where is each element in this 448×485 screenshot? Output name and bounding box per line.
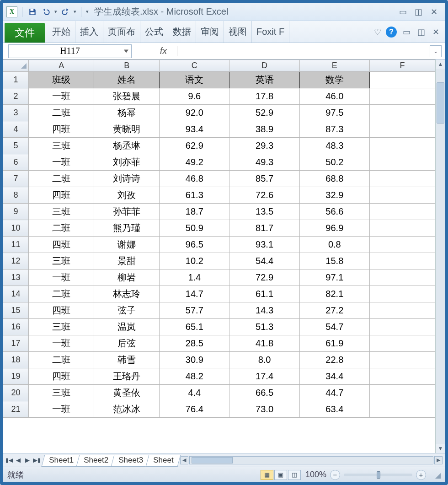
cell[interactable]: 15.8 — [299, 253, 369, 269]
cell[interactable]: 17.4 — [229, 368, 299, 385]
cell[interactable] — [369, 269, 435, 286]
ribbon-tab-view[interactable]: 视图 — [224, 21, 252, 43]
cell[interactable]: 85.7 — [229, 171, 299, 187]
cell[interactable]: 73.0 — [229, 401, 299, 418]
ribbon-tab-pagelayout[interactable]: 页面布 — [103, 21, 140, 43]
cell[interactable]: 刘亦菲 — [94, 154, 160, 171]
minimize-button[interactable]: ▭ — [398, 8, 408, 16]
cell[interactable]: 68.8 — [299, 171, 369, 187]
cell[interactable] — [369, 237, 435, 253]
prev-sheet-button[interactable]: ◀ — [15, 457, 22, 463]
cell[interactable] — [369, 72, 435, 88]
row-header[interactable]: 21 — [3, 401, 29, 418]
scrollbar-track[interactable] — [189, 456, 433, 464]
cell[interactable]: 50.2 — [299, 154, 369, 171]
cell[interactable]: 姓名 — [94, 72, 160, 88]
ribbon-minimize-icon[interactable]: ♡ — [374, 27, 381, 37]
cell[interactable] — [369, 335, 435, 352]
cell[interactable]: 三班 — [29, 204, 94, 220]
row-header[interactable]: 19 — [3, 368, 29, 385]
undo-dropdown-icon[interactable]: ▾ — [54, 9, 57, 15]
redo-dropdown-icon[interactable]: ▾ — [74, 9, 76, 15]
cell[interactable]: 13.5 — [229, 204, 299, 220]
cell[interactable]: 93.4 — [160, 121, 229, 138]
horizontal-scrollbar[interactable]: ◀ ▶ — [180, 453, 443, 467]
cell[interactable]: 四班 — [29, 237, 94, 253]
cell[interactable]: 54.7 — [299, 319, 369, 335]
zoom-slider[interactable] — [344, 474, 412, 476]
cell[interactable]: 18.7 — [160, 204, 229, 220]
cell[interactable]: 82.1 — [299, 286, 369, 302]
redo-button[interactable] — [60, 6, 71, 17]
file-tab[interactable]: 文件 — [5, 23, 45, 43]
cell[interactable]: 46.8 — [160, 171, 229, 187]
cell[interactable]: 8.0 — [229, 352, 299, 368]
row-header[interactable]: 7 — [3, 171, 29, 187]
formula-input[interactable] — [177, 44, 426, 58]
row-header[interactable]: 8 — [3, 187, 29, 204]
cell[interactable]: 杨幂 — [94, 105, 160, 121]
scrollbar-thumb[interactable] — [437, 82, 444, 124]
cell[interactable] — [369, 385, 435, 401]
help-button[interactable]: ? — [386, 27, 397, 38]
cell[interactable]: 10.2 — [160, 253, 229, 269]
row-header[interactable]: 16 — [3, 319, 29, 335]
cell[interactable]: 一班 — [29, 335, 94, 352]
scrollbar-thumb[interactable] — [192, 457, 233, 463]
cell[interactable]: 柳岩 — [94, 269, 160, 286]
cell[interactable]: 刘孜 — [94, 187, 160, 204]
cell[interactable]: 97.5 — [299, 105, 369, 121]
select-all-corner[interactable] — [3, 60, 29, 72]
scroll-down-icon[interactable]: ▼ — [436, 444, 445, 453]
zoom-level[interactable]: 100% — [305, 470, 326, 480]
cell[interactable]: 三班 — [29, 385, 94, 401]
cell[interactable]: 81.7 — [229, 220, 299, 237]
vertical-scrollbar[interactable]: ▲ ▼ — [435, 59, 445, 453]
next-sheet-button[interactable]: ▶ — [24, 457, 31, 463]
cell[interactable]: 49.2 — [160, 154, 229, 171]
cell[interactable] — [369, 401, 435, 418]
cell[interactable]: 孙菲菲 — [94, 204, 160, 220]
qat-customize-icon[interactable]: ▾ — [86, 9, 89, 15]
row-header[interactable]: 18 — [3, 352, 29, 368]
cell[interactable]: 38.9 — [229, 121, 299, 138]
cell[interactable]: 22.8 — [299, 352, 369, 368]
cell[interactable] — [369, 121, 435, 138]
save-button[interactable] — [27, 6, 38, 17]
cell[interactable]: 93.1 — [229, 237, 299, 253]
cell[interactable]: 一班 — [29, 401, 94, 418]
cell[interactable]: 63.4 — [299, 401, 369, 418]
cell[interactable] — [369, 154, 435, 171]
cell[interactable]: 48.3 — [299, 138, 369, 154]
cell[interactable] — [369, 88, 435, 105]
cell[interactable]: 65.1 — [160, 319, 229, 335]
cell[interactable]: 72.9 — [229, 269, 299, 286]
cell[interactable]: 黄晓明 — [94, 121, 160, 138]
ribbon-tab-home[interactable]: 开始 — [48, 21, 75, 43]
column-header[interactable]: E — [299, 60, 369, 72]
cell[interactable]: 四班 — [29, 368, 94, 385]
cell[interactable]: 二班 — [29, 220, 94, 237]
name-box[interactable]: H117 — [8, 44, 132, 58]
cell[interactable]: 49.3 — [229, 154, 299, 171]
cell[interactable]: 14.3 — [229, 302, 299, 319]
cell[interactable] — [369, 286, 435, 302]
row-header[interactable]: 2 — [3, 88, 29, 105]
cell[interactable] — [369, 171, 435, 187]
cell[interactable]: 48.2 — [160, 368, 229, 385]
cell[interactable]: 班级 — [29, 72, 94, 88]
cell[interactable]: 后弦 — [94, 335, 160, 352]
cell[interactable]: 三班 — [29, 253, 94, 269]
scroll-right-icon[interactable]: ▶ — [434, 456, 443, 464]
cell[interactable]: 66.5 — [229, 385, 299, 401]
row-header[interactable]: 3 — [3, 105, 29, 121]
cell[interactable] — [369, 220, 435, 237]
zoom-out-button[interactable]: − — [330, 470, 340, 480]
cell[interactable] — [369, 352, 435, 368]
cell[interactable]: 范冰冰 — [94, 401, 160, 418]
cell[interactable]: 97.1 — [299, 269, 369, 286]
ribbon-tab-review[interactable]: 审阅 — [196, 21, 224, 43]
cell[interactable]: 50.9 — [160, 220, 229, 237]
cell[interactable]: 32.9 — [299, 187, 369, 204]
cell[interactable]: 杨丞琳 — [94, 138, 160, 154]
